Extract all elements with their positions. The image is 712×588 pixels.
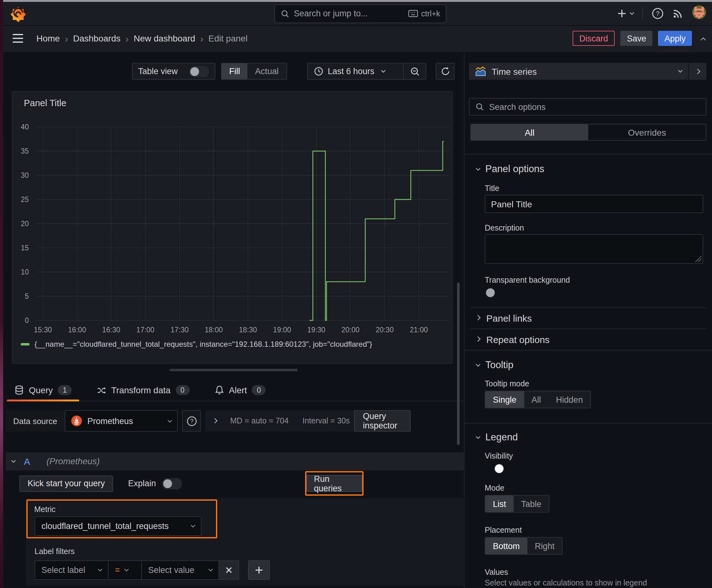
visualization-name: Time series [492,66,673,76]
tooltip-mode-label: Tooltip mode [485,379,529,388]
legend-values-hint: Select values or calculations to show in… [485,579,647,587]
panel-description-textarea[interactable] [485,234,703,264]
legend-mode-segmented: List Table [485,495,550,512]
tab-query[interactable]: Query 1 [6,379,80,401]
grafana-logo-icon[interactable] [10,6,26,22]
breadcrumb-separator-icon: › [200,33,203,44]
actual-option[interactable]: Actual [248,63,286,79]
run-queries-button[interactable]: Run queries [306,475,362,492]
legend-placement-bottom[interactable]: Bottom [486,538,527,554]
help-button[interactable]: ? [652,8,664,20]
tooltip-section-header[interactable]: Tooltip [475,359,514,371]
svg-text:19:30: 19:30 [307,326,326,334]
tooltip-mode-all[interactable]: All [524,391,548,408]
operator-value: = [115,565,120,575]
database-icon [15,385,24,395]
operator-select[interactable]: = [109,560,142,580]
legend-mode-table[interactable]: Table [514,496,549,512]
label-select-placeholder: Select label [41,565,93,575]
kick-start-query-button[interactable]: Kick start your query [19,475,113,491]
legend-section-header[interactable]: Legend [475,432,518,443]
save-button[interactable]: Save [621,31,653,46]
panel-links-section[interactable]: Panel links [470,307,706,328]
scrollbar-thumb[interactable] [457,283,459,445]
value-select[interactable]: Select value [142,560,219,580]
menu-toggle-button[interactable] [13,34,23,42]
panel-options-title: Panel options [486,163,544,175]
chart-panel[interactable]: Panel Title 051015202530354015:3016:0016… [12,91,453,364]
breadcrumb-separator-icon: › [126,33,129,44]
title-field-label: Title [485,184,499,193]
repeat-options-section[interactable]: Repeat options [470,329,706,349]
legend-placement-right[interactable]: Right [527,538,562,554]
legend-placement-label: Placement [485,526,522,534]
datasource-name: Prometheus [87,416,163,426]
panel-title-input[interactable]: Panel Title [485,195,703,213]
chevron-down-icon [168,418,172,422]
keyboard-icon [408,9,418,18]
datasource-help-button[interactable]: ? [182,410,201,432]
datasource-select[interactable]: Prometheus [65,410,178,432]
plus-icon [255,566,263,574]
zoom-out-time-button[interactable] [403,63,426,79]
chevron-down-icon [124,567,129,571]
options-search-input[interactable]: Search options [469,98,706,115]
pane-resize-handle[interactable] [170,369,298,371]
toggle-viz-suggestions-button[interactable] [689,63,706,80]
breadcrumb-home[interactable]: Home [37,33,60,43]
refresh-button[interactable] [436,63,455,80]
time-picker: Last 6 hours [307,63,426,80]
fill-option[interactable]: Fill [222,63,248,79]
label-select[interactable]: Select label [35,560,109,580]
tab-overrides[interactable]: Overrides [588,124,706,140]
svg-text:0: 0 [25,316,29,324]
discard-button[interactable]: Discard [572,31,615,46]
tab-alert[interactable]: Alert 0 [206,379,275,401]
tab-transform-label: Transform data [111,385,170,395]
breadcrumb: Home › Dashboards › New dashboard › Edit… [37,33,247,44]
add-filter-button[interactable] [248,560,270,580]
table-view-toggle[interactable] [189,66,209,77]
chart-legend-item[interactable]: {__name__="cloudflared_tunnel_total_requ… [21,340,372,349]
svg-text:20: 20 [21,219,29,228]
legend-values-label: Values [485,568,508,577]
description-field-label: Description [485,224,524,232]
chevron-down-icon [630,11,634,15]
news-button[interactable] [672,8,683,19]
tab-transform-data[interactable]: Transform data 0 [88,379,198,401]
visualization-picker[interactable]: Time series [469,63,688,80]
time-range-button[interactable]: Last 6 hours [308,67,403,76]
search-placeholder: Search or jump to... [294,9,404,18]
query-inspector-button[interactable]: Query inspector [354,410,411,432]
series-label: {__name__="cloudflared_tunnel_total_requ… [35,340,372,349]
tooltip-mode-single[interactable]: Single [486,391,524,408]
tab-all[interactable]: All [471,124,588,140]
collapse-query-icon[interactable] [11,458,16,462]
chevron-right-icon[interactable] [212,418,217,423]
svg-text:10: 10 [21,268,29,276]
legend-visibility-label: Visibility [485,452,513,460]
breadcrumb-new-dashboard[interactable]: New dashboard [134,33,195,43]
collapse-controls-button[interactable] [701,37,705,40]
resize-grip-icon[interactable] [695,256,701,262]
metric-select[interactable]: cloudflared_tunnel_total_requests [35,517,201,536]
global-search-input[interactable]: Search or jump to... ctrl+k [274,4,447,23]
time-range-label: Last 6 hours [328,67,374,76]
table-view-label: Table view [138,67,178,76]
breadcrumb-dashboards[interactable]: Dashboards [73,33,121,43]
explain-toggle[interactable] [162,478,182,489]
chevron-down-icon [678,68,683,72]
timeseries-chart: 051015202530354015:3016:0016:3017:0017:3… [13,92,453,364]
apply-button[interactable]: Apply [658,31,692,46]
top-nav-bar: Search or jump to... ctrl+k ? [3,2,712,26]
legend-mode-list[interactable]: List [486,496,514,512]
legend-title: Legend [486,432,518,443]
help-icon: ? [186,416,197,426]
panel-options-section-header[interactable]: Panel options [475,163,544,175]
transparent-bg-label: Transparent background [485,276,570,285]
tooltip-mode-hidden[interactable]: Hidden [548,391,590,408]
remove-filter-button[interactable] [219,560,239,580]
add-new-button[interactable] [617,9,633,19]
user-avatar[interactable] [692,5,706,22]
close-icon [225,567,232,573]
